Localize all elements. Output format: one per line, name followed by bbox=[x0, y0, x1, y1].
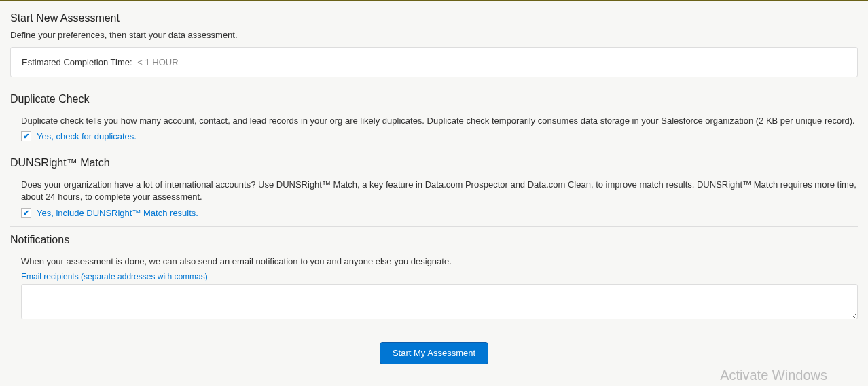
email-recipients-label: Email recipients (separate addresses wit… bbox=[21, 272, 858, 281]
notifications-content: When your assessment is done, we can als… bbox=[10, 251, 858, 321]
duplicate-checkbox-row[interactable]: ✔ Yes, check for duplicates. bbox=[21, 131, 858, 141]
check-icon: ✔ bbox=[23, 209, 29, 217]
notifications-title: Notifications bbox=[10, 234, 858, 246]
start-title: Start New Assessment bbox=[10, 12, 858, 24]
dunsright-checkbox[interactable]: ✔ bbox=[21, 208, 31, 218]
estimate-value: < 1 HOUR bbox=[137, 57, 178, 67]
start-desc: Define your preferences, then start your… bbox=[10, 30, 858, 40]
duplicate-content: Duplicate check tells you how many accou… bbox=[10, 111, 858, 141]
duplicate-checkbox[interactable]: ✔ bbox=[21, 131, 31, 141]
dunsright-title: DUNSRight™ Match bbox=[10, 157, 858, 169]
dunsright-content: Does your organization have a lot of int… bbox=[10, 175, 858, 217]
section-notifications: Notifications When your assessment is do… bbox=[10, 234, 858, 330]
dunsright-desc: Does your organization have a lot of int… bbox=[21, 175, 858, 203]
notifications-desc: When your assessment is done, we can als… bbox=[21, 251, 858, 268]
estimate-box: Estimated Completion Time: < 1 HOUR bbox=[10, 47, 858, 77]
duplicate-desc: Duplicate check tells you how many accou… bbox=[21, 111, 858, 127]
dunsright-checkbox-label: Yes, include DUNSRight™ Match results. bbox=[37, 208, 198, 218]
estimate-label: Estimated Completion Time: bbox=[22, 57, 132, 67]
duplicate-checkbox-label: Yes, check for duplicates. bbox=[37, 131, 137, 141]
section-dunsright: DUNSRight™ Match Does your organization … bbox=[10, 157, 858, 226]
start-assessment-button[interactable]: Start My Assessment bbox=[380, 342, 488, 364]
section-start: Start New Assessment Define your prefere… bbox=[10, 12, 858, 86]
email-recipients-input[interactable] bbox=[21, 284, 858, 319]
assessment-page: Start New Assessment Define your prefere… bbox=[0, 1, 868, 378]
section-duplicate: Duplicate Check Duplicate check tells yo… bbox=[10, 93, 858, 150]
check-icon: ✔ bbox=[23, 133, 29, 140]
dunsright-checkbox-row[interactable]: ✔ Yes, include DUNSRight™ Match results. bbox=[21, 208, 858, 218]
action-row: Start My Assessment bbox=[10, 342, 858, 364]
duplicate-title: Duplicate Check bbox=[10, 93, 858, 105]
